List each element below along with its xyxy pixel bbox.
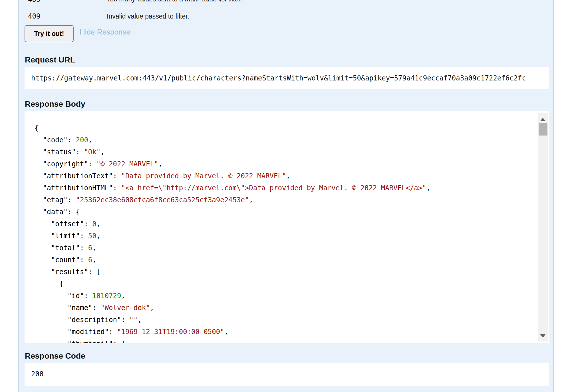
code-line: "attributionHTML": "<a href=\"http://mar…: [35, 182, 549, 194]
http-status-code: 409: [28, 12, 40, 20]
scrollbar-thumb[interactable]: [539, 123, 547, 136]
response-body-box: { "code": 200, "status": "Ok", "copyrigh…: [25, 111, 549, 343]
hide-response-link[interactable]: Hide Response: [80, 28, 130, 37]
code-line: "total": 6,: [35, 242, 549, 254]
code-line: "limit": 50,: [35, 230, 549, 242]
code-line: "count": 6,: [35, 254, 549, 266]
code-line: "name": "Wolver-dok",: [35, 302, 549, 314]
code-line: "modified": "1969-12-31T19:00:00-0500",: [35, 326, 549, 338]
code-line: "description": "",: [35, 314, 549, 326]
request-url-box: https://gateway.marvel.com:443/v1/public…: [25, 67, 549, 89]
response-body-scrollbar[interactable]: [538, 113, 548, 342]
request-url-value: https://gateway.marvel.com:443/v1/public…: [25, 67, 549, 89]
code-line: "id": 1010729,: [35, 290, 549, 302]
code-line: {: [35, 278, 549, 290]
code-line: "results": [: [35, 266, 549, 278]
code-line: {: [35, 122, 549, 134]
response-body-heading: Response Body: [25, 100, 85, 109]
code-line: "etag": "25362ec38e608cfca6f8ce63ca525cf…: [35, 194, 549, 206]
code-line: "copyright": "© 2022 MARVEL",: [35, 158, 549, 170]
code-line: "code": 200,: [35, 134, 549, 146]
code-line: "offset": 0,: [35, 218, 549, 230]
code-line: "data": {: [35, 206, 549, 218]
api-docs-page: 409 Too many values sent to a multi-valu…: [0, 0, 566, 392]
response-code-heading: Response Code: [25, 351, 85, 361]
scroll-down-icon[interactable]: [540, 334, 546, 338]
reason-text: Too many values sent to a multi-value li…: [107, 0, 242, 3]
scroll-up-icon[interactable]: [540, 118, 546, 121]
operation-panel: 409 Too many values sent to a multi-valu…: [18, 0, 554, 392]
request-url-heading: Request URL: [25, 55, 75, 64]
response-code-box: 200: [25, 363, 549, 386]
row-divider: [25, 8, 549, 8]
http-status-code: 409: [28, 0, 40, 4]
code-line: "thumbnail": {: [35, 338, 549, 343]
response-code-value: 200: [25, 363, 549, 386]
code-line: "status": "Ok",: [35, 146, 549, 158]
code-line: "attributionText": "Data provided by Mar…: [35, 170, 549, 182]
reason-text: Invalid value passed to filter.: [107, 13, 189, 20]
try-it-out-button[interactable]: Try it out!: [25, 25, 74, 42]
response-body-json: { "code": 200, "status": "Ok", "copyrigh…: [25, 111, 549, 343]
